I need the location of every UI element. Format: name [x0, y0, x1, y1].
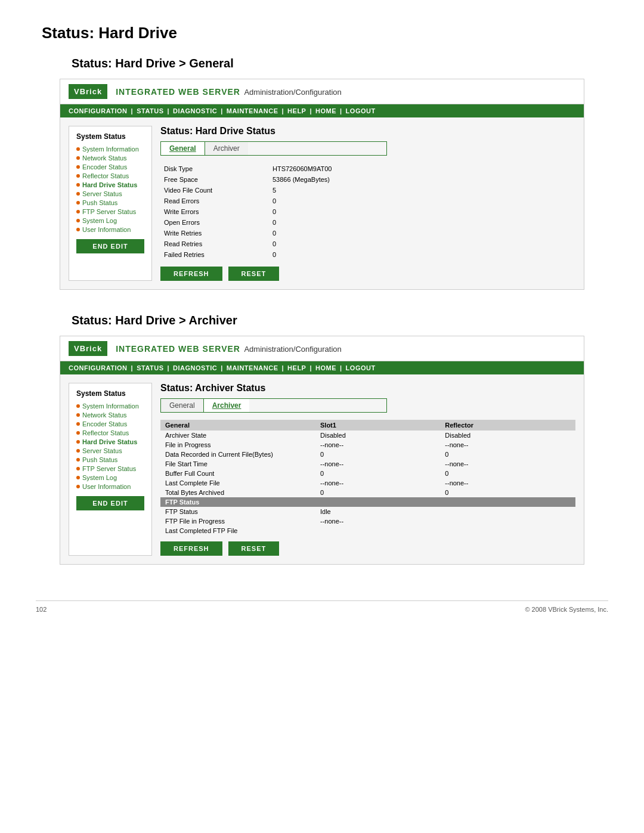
sidebar-item-syslog-2[interactable]: System Log	[76, 474, 144, 481]
col-reflector: Reflector	[440, 420, 575, 431]
sidebar-2: System Status System Information Network…	[69, 383, 152, 556]
nav-logout-1[interactable]: LOGOUT	[346, 107, 376, 114]
sidebar-item-ftp-1[interactable]: FTP Server Status	[76, 208, 144, 215]
main-content-2: Status: Archiver Status General Archiver…	[160, 383, 575, 556]
data-table-1: Disk TypeHTS726060M9AT00 Free Space53866…	[160, 163, 575, 261]
table-row: Total Bytes Archived00	[160, 488, 575, 497]
panel-header-2: VBrick INTEGRATED WEB SERVER Administrat…	[60, 336, 584, 361]
section1-heading: Status: Hard Drive > General	[72, 57, 608, 70]
sidebar-item-network-2[interactable]: Network Status	[76, 411, 144, 419]
panel-body-1: System Status System Information Network…	[60, 117, 584, 289]
sidebar-item-encoder-2[interactable]: Encoder Status	[76, 420, 144, 428]
nav-status-2[interactable]: STATUS	[137, 364, 163, 371]
end-edit-button-2[interactable]: END EDIT	[76, 496, 144, 510]
table-row: Data Recorded in Current File(Bytes)00	[160, 450, 575, 459]
footer-copyright: © 2008 VBrick Systems, Inc.	[525, 606, 608, 613]
table-row: Last Complete File--none----none--	[160, 478, 575, 488]
col-general: General	[160, 420, 315, 431]
reset-button-1[interactable]: RESET	[228, 267, 280, 281]
sidebar-item-harddrive-1[interactable]: Hard Drive Status	[76, 181, 144, 188]
table-row: Open Errors0	[162, 218, 574, 227]
tab-bar-2: General Archiver	[160, 398, 387, 413]
nav-home-2[interactable]: HOME	[315, 364, 336, 371]
footer: 102 © 2008 VBrick Systems, Inc.	[36, 600, 608, 613]
page-title: Status: Hard Drive	[42, 24, 608, 42]
end-edit-button-1[interactable]: END EDIT	[76, 239, 144, 253]
button-row-2: REFRESH RESET	[160, 541, 575, 556]
table-row: Write Errors0	[162, 207, 574, 216]
tab-general-1[interactable]: General	[161, 142, 205, 155]
tab-bar-1: General Archiver	[160, 141, 387, 156]
sidebar-item-ftp-2[interactable]: FTP Server Status	[76, 465, 144, 472]
nav-status-1[interactable]: STATUS	[137, 107, 163, 114]
sidebar-title-1: System Status	[76, 132, 144, 141]
nav-configuration-1[interactable]: CONFIGURATION	[69, 107, 128, 114]
table-row: Failed Retries0	[162, 250, 574, 259]
nav-diagnostic-1[interactable]: DIAGNOSTIC	[173, 107, 217, 114]
table-row: Archiver StateDisabledDisabled	[160, 431, 575, 440]
col-slot1: Slot1	[315, 420, 440, 431]
table-row: Read Retries0	[162, 239, 574, 249]
sidebar-item-push-2[interactable]: Push Status	[76, 456, 144, 463]
reset-button-2[interactable]: RESET	[228, 541, 280, 556]
browser-panel-2: VBrick INTEGRATED WEB SERVER Administrat…	[60, 336, 584, 565]
sidebar-item-reflector-1[interactable]: Reflector Status	[76, 172, 144, 179]
table-row: FTP StatusIdle	[160, 507, 575, 516]
sidebar-item-encoder-1[interactable]: Encoder Status	[76, 163, 144, 171]
table-row: Read Errors0	[162, 196, 574, 206]
table-row: Video File Count5	[162, 185, 574, 195]
panel-header-text-1: INTEGRATED WEB SERVER Administration/Con…	[116, 87, 342, 97]
table-row: Buffer Full Count00	[160, 469, 575, 478]
vbrick-logo-1: VBrick	[69, 84, 107, 99]
table-row: File in Progress--none----none--	[160, 440, 575, 450]
vbrick-logo-2: VBrick	[69, 341, 107, 356]
table-row: Last Completed FTP File	[160, 526, 575, 535]
sidebar-title-2: System Status	[76, 389, 144, 398]
refresh-button-2[interactable]: REFRESH	[160, 541, 222, 556]
sidebar-item-harddrive-2[interactable]: Hard Drive Status	[76, 438, 144, 445]
refresh-button-1[interactable]: REFRESH	[160, 267, 222, 281]
tab-archiver-1[interactable]: Archiver	[205, 142, 248, 155]
nav-maintenance-1[interactable]: MAINTENANCE	[227, 107, 278, 114]
nav-help-1[interactable]: HELP	[287, 107, 306, 114]
table-row: Write Retries0	[162, 228, 574, 238]
section2-heading: Status: Hard Drive > Archiver	[72, 314, 608, 327]
main-title-1: Status: Hard Drive Status	[160, 126, 575, 137]
browser-panel-1: VBrick INTEGRATED WEB SERVER Administrat…	[60, 79, 584, 290]
sidebar-1: System Status System Information Network…	[69, 126, 152, 281]
table-row: File Start Time--none----none--	[160, 459, 575, 469]
tab-archiver-2[interactable]: Archiver	[204, 399, 250, 412]
sidebar-item-userinfo-1[interactable]: User Information	[76, 226, 144, 233]
panel-body-2: System Status System Information Network…	[60, 374, 584, 564]
ftp-section-header: FTP Status	[160, 497, 575, 507]
sidebar-item-system-info-2[interactable]: System Information	[76, 402, 144, 410]
nav-bar-1: CONFIGURATION | STATUS | DIAGNOSTIC | MA…	[60, 104, 584, 117]
archiver-table: General Slot1 Reflector Archiver StateDi…	[160, 420, 575, 535]
nav-help-2[interactable]: HELP	[287, 364, 306, 371]
sidebar-item-network-1[interactable]: Network Status	[76, 154, 144, 162]
nav-maintenance-2[interactable]: MAINTENANCE	[227, 364, 278, 371]
table-row: FTP File in Progress--none--	[160, 516, 575, 526]
sidebar-item-server-1[interactable]: Server Status	[76, 190, 144, 197]
main-title-2: Status: Archiver Status	[160, 383, 575, 394]
sidebar-item-push-1[interactable]: Push Status	[76, 199, 144, 206]
nav-bar-2: CONFIGURATION | STATUS | DIAGNOSTIC | MA…	[60, 361, 584, 374]
footer-page: 102	[36, 606, 47, 613]
sidebar-item-server-2[interactable]: Server Status	[76, 447, 144, 454]
table-row: Disk TypeHTS726060M9AT00	[162, 164, 574, 174]
tab-general-2[interactable]: General	[161, 399, 204, 412]
panel-header-text-2: INTEGRATED WEB SERVER Administration/Con…	[116, 344, 342, 354]
main-content-1: Status: Hard Drive Status General Archiv…	[160, 126, 575, 281]
nav-configuration-2[interactable]: CONFIGURATION	[69, 364, 128, 371]
nav-home-1[interactable]: HOME	[315, 107, 336, 114]
sidebar-item-syslog-1[interactable]: System Log	[76, 217, 144, 224]
sidebar-item-userinfo-2[interactable]: User Information	[76, 483, 144, 490]
table-row: Free Space53866 (MegaBytes)	[162, 175, 574, 184]
button-row-1: REFRESH RESET	[160, 267, 575, 281]
sidebar-item-reflector-2[interactable]: Reflector Status	[76, 429, 144, 436]
panel-header-1: VBrick INTEGRATED WEB SERVER Administrat…	[60, 79, 584, 104]
sidebar-item-system-info-1[interactable]: System Information	[76, 145, 144, 153]
nav-diagnostic-2[interactable]: DIAGNOSTIC	[173, 364, 217, 371]
nav-logout-2[interactable]: LOGOUT	[346, 364, 376, 371]
